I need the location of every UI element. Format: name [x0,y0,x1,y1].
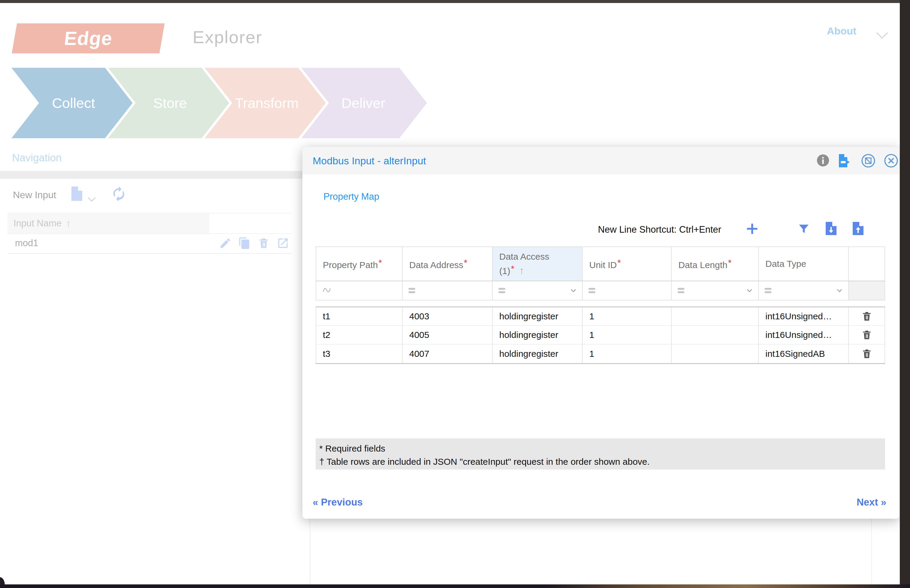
chevron-down-icon[interactable] [835,286,844,295]
next-button[interactable]: Next » [857,496,886,508]
delete-row-icon[interactable] [861,311,873,322]
sort-ascending-icon: ↑ [66,218,71,229]
filter-data-access[interactable] [492,281,582,300]
new-file-chevron-down-icon[interactable] [87,194,96,202]
refresh-icon[interactable] [112,186,126,201]
table-row: t2 4005 holdingregister 1 int16Unsigned… [316,326,885,344]
filter-data-address[interactable] [402,281,492,300]
nav-input-row[interactable]: mod1 [8,233,291,254]
chevron-down-icon [876,27,888,39]
close-icon[interactable] [884,153,898,168]
info-icon[interactable] [816,153,830,167]
cell-actions [848,326,885,344]
cell-unit-id[interactable]: 1 [582,326,671,344]
filter-unit-id[interactable] [582,281,671,300]
add-row-icon[interactable] [745,222,759,236]
cell-data-type[interactable]: int16SignedAB [758,344,848,363]
equals-filter-icon [408,287,417,294]
col-header-actions [848,247,885,281]
chevron-down-icon[interactable] [745,286,754,295]
cell-data-length[interactable] [671,344,758,363]
required-marker: * [378,258,382,267]
note-required-fields: * Required fields [319,442,885,455]
about-menu[interactable]: About [827,25,856,37]
cell-actions [848,344,885,363]
input-name-label: Input Name [13,218,62,229]
cell-property-path[interactable]: t3 [316,344,402,363]
logo-secondary-text: Explorer [193,27,262,47]
filter-data-type[interactable] [758,281,848,300]
window-scrollbar-edge[interactable] [900,0,910,588]
col-header-property-path[interactable]: Property Path* [316,247,402,281]
note-row-order: † Table rows are included in JSON "creat… [319,455,885,468]
cell-data-type[interactable]: int16Unsigned… [758,326,848,344]
new-input-label: New Input [13,189,56,200]
cell-data-address[interactable]: 4003 [402,307,492,326]
chevron-down-icon[interactable] [569,286,578,295]
fullscreen-disabled-icon[interactable] [861,153,876,168]
open-external-icon[interactable] [277,237,289,249]
table-row: t3 4007 holdingregister 1 int16SignedAB [316,344,885,363]
delete-row-icon[interactable] [861,329,873,341]
cell-data-address[interactable]: 4005 [402,326,492,344]
equals-filter-icon [677,287,686,294]
property-map-table: Property Path* Data Address* Data Access… [316,247,885,364]
download-table-icon[interactable] [824,221,838,236]
row-actions [219,237,291,249]
table-spacer [316,300,885,307]
navigation-panel-title: Navigation [12,152,62,164]
cell-data-access[interactable]: holdingregister [492,307,582,326]
required-marker: * [464,258,468,267]
col-header-data-access[interactable]: Data Access (1)*↑ [492,247,582,281]
new-line-shortcut-hint: New Line Shortcut: Ctrl+Enter [598,224,721,235]
col-header-data-length[interactable]: Data Length* [671,247,758,281]
copy-icon[interactable] [238,237,251,249]
equals-filter-icon [588,287,597,294]
filter-icon[interactable] [797,223,810,236]
required-marker: * [728,258,732,267]
table-body: t1 4003 holdingregister 1 int16Unsigned…… [316,307,885,364]
filter-data-length[interactable] [671,281,758,300]
table-filter-row [316,281,885,300]
new-file-icon[interactable] [70,186,83,202]
navigation-header-bar [0,171,311,179]
section-title: Property Map [324,191,379,202]
col-header-unit-id[interactable]: Unit ID* [582,247,671,281]
input-name-column-header[interactable]: Input Name ↑ [8,213,209,233]
nav-table-header: Input Name ↑ [8,213,291,234]
cell-property-path[interactable]: t2 [316,326,402,344]
cell-data-type[interactable]: int16Unsigned… [758,307,848,326]
cell-data-length[interactable] [671,307,758,326]
cell-unit-id[interactable]: 1 [582,307,671,326]
col-header-data-address[interactable]: Data Address* [402,247,492,281]
edit-icon[interactable] [219,237,232,249]
cell-data-access[interactable]: holdingregister [492,344,582,363]
table-notes: * Required fields † Table rows are inclu… [316,438,885,470]
cell-unit-id[interactable]: 1 [582,344,671,363]
table-header-row: Property Path* Data Address* Data Access… [316,247,885,281]
app-logo: Edge [12,23,165,53]
modbus-input-dialog: Modbus Input - alterInput Property Map N… [303,147,900,519]
filter-property-path[interactable] [316,281,402,300]
table-row: t1 4003 holdingregister 1 int16Unsigned… [316,307,885,326]
required-marker: * [617,258,621,267]
delete-row-icon[interactable] [861,348,873,360]
cell-actions [848,307,885,326]
cell-data-address[interactable]: 4007 [402,344,492,363]
col-header-data-type[interactable]: Data Type [758,247,848,281]
upload-table-icon[interactable] [852,221,865,236]
window-bottom-edge [0,585,910,588]
input-name-value: mod1 [8,238,219,249]
pipeline-stepper [9,66,435,139]
fuzzy-match-filter-icon [322,286,332,296]
sort-ascending-icon: ↑ [519,265,524,276]
cell-data-access[interactable]: holdingregister [492,326,582,344]
dialog-header: Modbus Input - alterInput [303,147,900,174]
app-screen: Edge Explorer About Collect Store Transf… [0,0,910,588]
cell-property-path[interactable]: t1 [316,307,402,326]
delete-icon[interactable] [257,237,270,249]
cell-data-length[interactable] [671,326,758,344]
export-document-icon[interactable] [837,153,853,168]
logo-primary-text: Edge [63,27,113,50]
previous-button[interactable]: « Previous [313,496,363,508]
